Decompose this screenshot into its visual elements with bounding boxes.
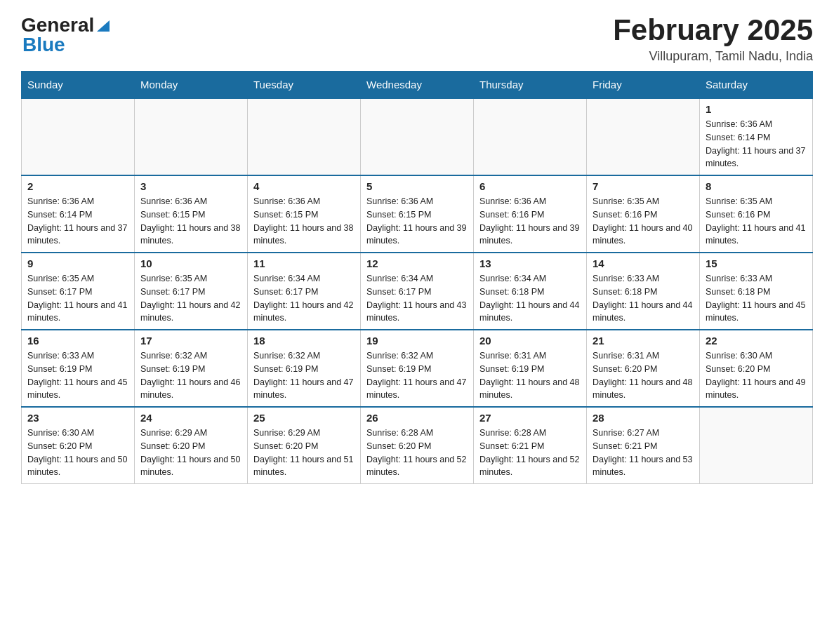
calendar-cell: 11Sunrise: 6:34 AM Sunset: 6:17 PM Dayli…	[248, 253, 361, 330]
day-number: 28	[593, 412, 694, 424]
day-info: Sunrise: 6:30 AM Sunset: 6:20 PM Dayligh…	[27, 427, 128, 479]
calendar-cell: 7Sunrise: 6:35 AM Sunset: 6:16 PM Daylig…	[587, 175, 700, 253]
calendar-cell	[474, 98, 587, 175]
day-number: 15	[706, 257, 807, 269]
calendar-cell: 18Sunrise: 6:32 AM Sunset: 6:19 PM Dayli…	[248, 330, 361, 407]
weekday-header-saturday: Saturday	[700, 72, 813, 99]
day-info: Sunrise: 6:28 AM Sunset: 6:21 PM Dayligh…	[479, 427, 581, 479]
calendar-cell: 25Sunrise: 6:29 AM Sunset: 6:20 PM Dayli…	[248, 407, 361, 484]
day-info: Sunrise: 6:32 AM Sunset: 6:19 PM Dayligh…	[253, 349, 355, 402]
day-number: 19	[366, 335, 468, 347]
day-number: 7	[593, 180, 694, 192]
calendar-cell: 20Sunrise: 6:31 AM Sunset: 6:19 PM Dayli…	[474, 330, 587, 407]
weekday-header-monday: Monday	[135, 72, 248, 99]
weekday-header-tuesday: Tuesday	[248, 72, 361, 99]
day-number: 10	[140, 257, 241, 269]
calendar-cell: 23Sunrise: 6:30 AM Sunset: 6:20 PM Dayli…	[22, 407, 135, 484]
day-info: Sunrise: 6:36 AM Sunset: 6:16 PM Dayligh…	[479, 195, 581, 248]
day-info: Sunrise: 6:36 AM Sunset: 6:15 PM Dayligh…	[140, 195, 241, 248]
weekday-header-sunday: Sunday	[22, 72, 135, 99]
day-info: Sunrise: 6:36 AM Sunset: 6:14 PM Dayligh…	[706, 118, 807, 170]
day-info: Sunrise: 6:33 AM Sunset: 6:18 PM Dayligh…	[706, 272, 807, 325]
day-number: 14	[593, 257, 694, 269]
day-info: Sunrise: 6:33 AM Sunset: 6:19 PM Dayligh…	[27, 349, 128, 402]
day-number: 5	[366, 180, 468, 192]
weekday-header-wednesday: Wednesday	[361, 72, 474, 99]
day-number: 16	[27, 335, 128, 347]
day-info: Sunrise: 6:31 AM Sunset: 6:20 PM Dayligh…	[593, 349, 694, 402]
svg-marker-0	[97, 20, 110, 32]
day-number: 22	[706, 335, 807, 347]
day-number: 27	[479, 412, 581, 424]
day-number: 6	[479, 180, 581, 192]
day-number: 12	[366, 257, 468, 269]
weekday-header-thursday: Thursday	[474, 72, 587, 99]
day-info: Sunrise: 6:29 AM Sunset: 6:20 PM Dayligh…	[140, 427, 241, 479]
calendar-cell: 2Sunrise: 6:36 AM Sunset: 6:14 PM Daylig…	[22, 175, 135, 253]
day-info: Sunrise: 6:35 AM Sunset: 6:17 PM Dayligh…	[140, 272, 241, 325]
calendar-cell: 16Sunrise: 6:33 AM Sunset: 6:19 PM Dayli…	[22, 330, 135, 407]
calendar-cell: 28Sunrise: 6:27 AM Sunset: 6:21 PM Dayli…	[587, 407, 700, 484]
day-number: 3	[140, 180, 241, 192]
day-number: 23	[27, 412, 128, 424]
month-title: February 2025	[613, 14, 813, 46]
calendar-cell	[135, 98, 248, 175]
day-number: 25	[253, 412, 355, 424]
location: Villupuram, Tamil Nadu, India	[613, 49, 813, 64]
calendar-week-row: 1Sunrise: 6:36 AM Sunset: 6:14 PM Daylig…	[22, 98, 813, 175]
day-info: Sunrise: 6:36 AM Sunset: 6:14 PM Dayligh…	[27, 195, 128, 248]
calendar-cell: 26Sunrise: 6:28 AM Sunset: 6:20 PM Dayli…	[361, 407, 474, 484]
day-number: 9	[27, 257, 128, 269]
day-info: Sunrise: 6:32 AM Sunset: 6:19 PM Dayligh…	[366, 349, 468, 402]
day-info: Sunrise: 6:27 AM Sunset: 6:21 PM Dayligh…	[593, 427, 694, 479]
calendar-cell: 5Sunrise: 6:36 AM Sunset: 6:15 PM Daylig…	[361, 175, 474, 253]
weekday-header-friday: Friday	[587, 72, 700, 99]
calendar-cell: 6Sunrise: 6:36 AM Sunset: 6:16 PM Daylig…	[474, 175, 587, 253]
calendar-cell: 12Sunrise: 6:34 AM Sunset: 6:17 PM Dayli…	[361, 253, 474, 330]
day-info: Sunrise: 6:29 AM Sunset: 6:20 PM Dayligh…	[253, 427, 355, 479]
calendar-cell: 27Sunrise: 6:28 AM Sunset: 6:21 PM Dayli…	[474, 407, 587, 484]
calendar-week-row: 9Sunrise: 6:35 AM Sunset: 6:17 PM Daylig…	[22, 253, 813, 330]
calendar-cell	[22, 98, 135, 175]
calendar-cell: 3Sunrise: 6:36 AM Sunset: 6:15 PM Daylig…	[135, 175, 248, 253]
calendar-table: SundayMondayTuesdayWednesdayThursdayFrid…	[21, 71, 813, 484]
day-info: Sunrise: 6:31 AM Sunset: 6:19 PM Dayligh…	[479, 349, 581, 402]
weekday-header-row: SundayMondayTuesdayWednesdayThursdayFrid…	[22, 72, 813, 99]
logo: General Blue	[21, 14, 110, 56]
calendar-cell: 8Sunrise: 6:35 AM Sunset: 6:16 PM Daylig…	[700, 175, 813, 253]
calendar-cell: 10Sunrise: 6:35 AM Sunset: 6:17 PM Dayli…	[135, 253, 248, 330]
calendar-cell: 13Sunrise: 6:34 AM Sunset: 6:18 PM Dayli…	[474, 253, 587, 330]
day-info: Sunrise: 6:34 AM Sunset: 6:17 PM Dayligh…	[366, 272, 468, 325]
day-number: 11	[253, 257, 355, 269]
day-number: 2	[27, 180, 128, 192]
calendar-week-row: 23Sunrise: 6:30 AM Sunset: 6:20 PM Dayli…	[22, 407, 813, 484]
calendar-cell: 1Sunrise: 6:36 AM Sunset: 6:14 PM Daylig…	[700, 98, 813, 175]
day-info: Sunrise: 6:35 AM Sunset: 6:16 PM Dayligh…	[706, 195, 807, 248]
day-number: 1	[706, 103, 807, 115]
day-info: Sunrise: 6:32 AM Sunset: 6:19 PM Dayligh…	[140, 349, 241, 402]
day-info: Sunrise: 6:34 AM Sunset: 6:18 PM Dayligh…	[479, 272, 581, 325]
logo-blue-text: Blue	[21, 34, 65, 56]
day-info: Sunrise: 6:35 AM Sunset: 6:16 PM Dayligh…	[593, 195, 694, 248]
calendar-week-row: 16Sunrise: 6:33 AM Sunset: 6:19 PM Dayli…	[22, 330, 813, 407]
day-info: Sunrise: 6:35 AM Sunset: 6:17 PM Dayligh…	[27, 272, 128, 325]
calendar-cell	[248, 98, 361, 175]
day-info: Sunrise: 6:36 AM Sunset: 6:15 PM Dayligh…	[253, 195, 355, 248]
logo-arrow-icon	[97, 20, 110, 34]
calendar-cell	[361, 98, 474, 175]
calendar-cell: 19Sunrise: 6:32 AM Sunset: 6:19 PM Dayli…	[361, 330, 474, 407]
calendar-cell: 9Sunrise: 6:35 AM Sunset: 6:17 PM Daylig…	[22, 253, 135, 330]
page-header: General Blue February 2025 Villupuram, T…	[21, 14, 813, 64]
day-number: 20	[479, 335, 581, 347]
day-info: Sunrise: 6:28 AM Sunset: 6:20 PM Dayligh…	[366, 427, 468, 479]
day-number: 21	[593, 335, 694, 347]
day-number: 4	[253, 180, 355, 192]
day-info: Sunrise: 6:30 AM Sunset: 6:20 PM Dayligh…	[706, 349, 807, 402]
calendar-cell	[587, 98, 700, 175]
calendar-cell: 21Sunrise: 6:31 AM Sunset: 6:20 PM Dayli…	[587, 330, 700, 407]
day-number: 17	[140, 335, 241, 347]
calendar-cell: 14Sunrise: 6:33 AM Sunset: 6:18 PM Dayli…	[587, 253, 700, 330]
day-info: Sunrise: 6:34 AM Sunset: 6:17 PM Dayligh…	[253, 272, 355, 325]
calendar-cell: 17Sunrise: 6:32 AM Sunset: 6:19 PM Dayli…	[135, 330, 248, 407]
day-info: Sunrise: 6:36 AM Sunset: 6:15 PM Dayligh…	[366, 195, 468, 248]
